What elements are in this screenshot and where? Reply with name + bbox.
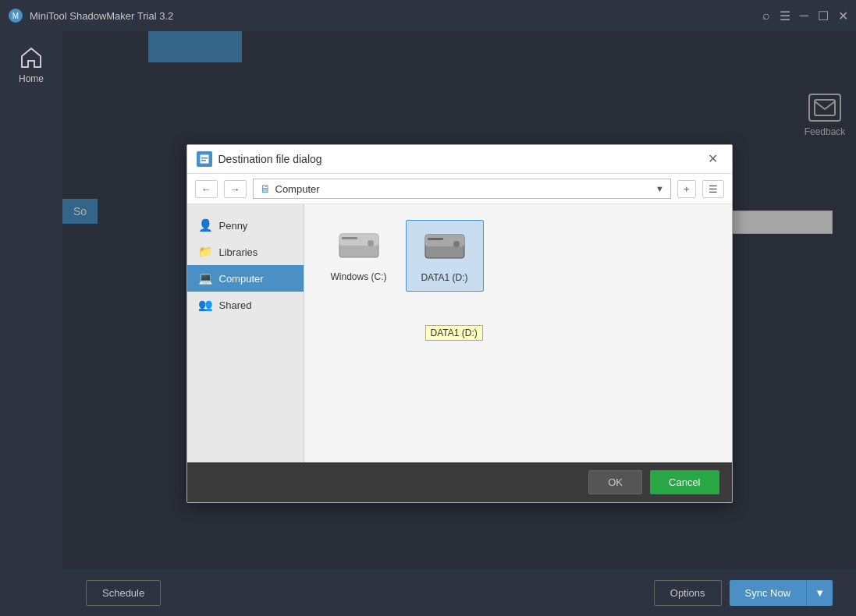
menu-icon[interactable]: ☰ bbox=[780, 9, 790, 23]
computer-address-icon: 🖥 bbox=[260, 182, 271, 195]
dialog-title-bar: Destination file dialog ✕ bbox=[187, 145, 732, 174]
drive-data1-d[interactable]: DATA1 (D:) bbox=[406, 220, 484, 292]
schedule-button[interactable]: Schedule bbox=[86, 580, 161, 606]
dialog-files-panel: Windows (C:) bbox=[304, 204, 732, 462]
search-icon[interactable]: ⌕ bbox=[762, 9, 770, 23]
home-label: Home bbox=[19, 73, 44, 84]
svg-rect-4 bbox=[201, 158, 208, 159]
drive-d-label: DATA1 (D:) bbox=[421, 272, 467, 283]
dialog-nav-panel: 👤 Penny 📁 Libraries 💻 Computer bbox=[187, 204, 304, 462]
nav-item-computer-label: Computer bbox=[219, 273, 264, 285]
app-title: MiniTool ShadowMaker Trial 3.2 bbox=[30, 10, 756, 22]
svg-rect-3 bbox=[200, 154, 209, 164]
nav-item-penny-label: Penny bbox=[219, 220, 248, 232]
svg-rect-12 bbox=[428, 238, 443, 240]
home-icon bbox=[19, 45, 44, 70]
minimize-icon[interactable]: ─ bbox=[800, 9, 808, 23]
dialog-title-icon bbox=[197, 151, 212, 167]
svg-point-13 bbox=[453, 241, 460, 247]
drive-d-icon bbox=[421, 228, 468, 267]
maximize-icon[interactable]: ☐ bbox=[818, 9, 829, 23]
nav-item-shared[interactable]: 👥 Shared bbox=[187, 292, 304, 318]
address-text: Computer bbox=[275, 183, 652, 195]
dialog-close-button[interactable]: ✕ bbox=[703, 151, 723, 167]
nav-item-penny[interactable]: 👤 Penny bbox=[187, 212, 304, 239]
address-field[interactable]: 🖥 Computer ▼ bbox=[253, 179, 671, 199]
forward-button[interactable]: → bbox=[224, 180, 247, 198]
dialog-title-left: Destination file dialog bbox=[197, 151, 322, 167]
bottom-right-buttons: Options Sync Now ▼ bbox=[654, 580, 833, 606]
libraries-icon: 📁 bbox=[198, 245, 213, 259]
app-logo-icon: M bbox=[8, 8, 23, 23]
computer-nav-icon: 💻 bbox=[198, 271, 213, 285]
app-main: Feedback So bbox=[62, 31, 856, 616]
add-folder-button[interactable]: + bbox=[677, 180, 696, 198]
shared-icon: 👥 bbox=[198, 298, 213, 312]
back-button[interactable]: ← bbox=[195, 180, 218, 198]
drive-c-label: Windows (C:) bbox=[330, 271, 386, 282]
dialog-address-bar: ← → 🖥 Computer ▼ + ☰ bbox=[187, 174, 732, 204]
app-sidebar: Home bbox=[0, 31, 62, 616]
sidebar-item-home[interactable]: Home bbox=[12, 39, 50, 90]
options-button[interactable]: Options bbox=[654, 580, 722, 606]
destination-file-dialog: Destination file dialog ✕ ← → 🖥 Computer… bbox=[186, 144, 733, 503]
title-bar: M MiniTool ShadowMaker Trial 3.2 ⌕ ☰ ─ ☐… bbox=[0, 0, 856, 31]
bottom-bar: Schedule Options Sync Now ▼ bbox=[62, 569, 856, 616]
user-icon: 👤 bbox=[198, 218, 213, 232]
app-body: Home Feedback So bbox=[0, 31, 856, 616]
window-controls: ⌕ ☰ ─ ☐ ✕ bbox=[762, 9, 848, 23]
drive-c-icon bbox=[336, 228, 382, 267]
svg-point-9 bbox=[368, 240, 374, 246]
nav-item-libraries-label: Libraries bbox=[219, 246, 258, 258]
svg-rect-8 bbox=[342, 237, 357, 239]
close-icon[interactable]: ✕ bbox=[838, 9, 848, 23]
sync-now-group: Sync Now ▼ bbox=[730, 580, 833, 606]
ok-button[interactable]: OK bbox=[588, 470, 642, 494]
cancel-button[interactable]: Cancel bbox=[650, 470, 719, 494]
nav-item-shared-label: Shared bbox=[219, 299, 252, 311]
sync-dropdown-button[interactable]: ▼ bbox=[806, 580, 833, 606]
svg-text:M: M bbox=[12, 12, 19, 20]
main-content-area: So bbox=[62, 31, 856, 616]
address-dropdown-icon[interactable]: ▼ bbox=[655, 184, 664, 193]
nav-item-computer[interactable]: 💻 Computer bbox=[187, 265, 304, 292]
drive-tooltip: DATA1 (D:) bbox=[425, 325, 483, 341]
nav-item-libraries[interactable]: 📁 Libraries bbox=[187, 239, 304, 265]
drive-windows-c[interactable]: Windows (C:) bbox=[320, 220, 398, 292]
dialog-body: 👤 Penny 📁 Libraries 💻 Computer bbox=[187, 204, 732, 462]
svg-rect-5 bbox=[201, 160, 206, 161]
dialog-overlay: Destination file dialog ✕ ← → 🖥 Computer… bbox=[62, 31, 856, 616]
sync-now-button[interactable]: Sync Now bbox=[730, 580, 807, 606]
list-view-button[interactable]: ☰ bbox=[702, 180, 724, 198]
dialog-title-text: Destination file dialog bbox=[218, 153, 322, 165]
dialog-footer: OK Cancel bbox=[187, 462, 732, 502]
